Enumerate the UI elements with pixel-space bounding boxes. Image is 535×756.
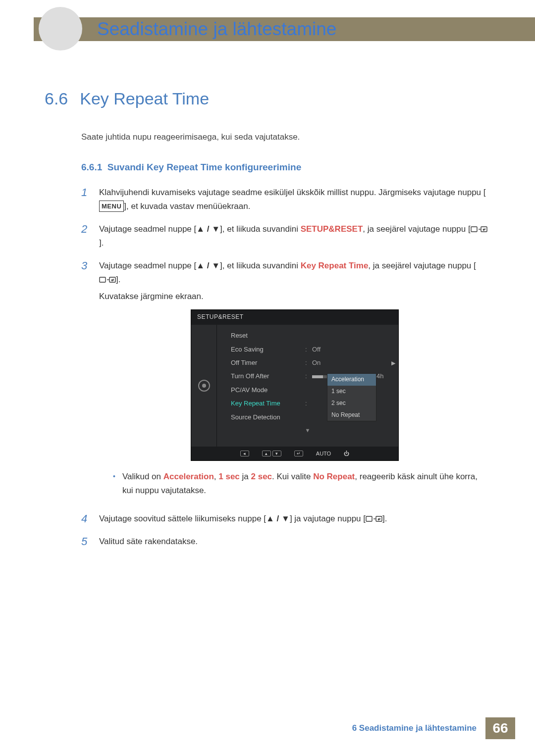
keyword-key-repeat-time: Key Repeat Time	[301, 261, 369, 270]
up-down-icon: ▲ / ▼	[196, 224, 220, 234]
svg-rect-3	[100, 277, 106, 282]
sep: :	[305, 371, 312, 381]
osd-label: Eco Saving	[231, 344, 305, 354]
text: ].	[116, 275, 120, 284]
page-footer: 6 Seadistamine ja lähtestamine 66	[352, 717, 515, 739]
osd-label: Turn Off After	[231, 371, 305, 381]
step-2: 2 Vajutage seadmel nuppe [▲ / ▼], et lii…	[81, 222, 490, 250]
section-title: Key Repeat Time	[80, 89, 209, 108]
osd-label: Reset	[231, 330, 305, 341]
osd-option: No Repeat	[327, 409, 376, 421]
step-number: 1	[81, 186, 90, 213]
text: ja	[240, 472, 251, 481]
sep: :	[305, 357, 312, 368]
osd-list: Reset Eco Saving:Off Off Timer:On Turn O…	[217, 325, 398, 447]
svg-rect-5	[109, 277, 115, 282]
osd-footer-power-icon: ⏻	[344, 449, 349, 458]
enter-icon	[471, 225, 487, 233]
keyword: 2 sec	[251, 472, 272, 481]
text: Vajutage seadmel nuppe [	[99, 224, 196, 234]
osd-sidebar	[191, 325, 217, 447]
screen-caption: Kuvatakse järgmine ekraan.	[99, 290, 490, 303]
subsection-title: Suvandi Key Repeat Time konfigureerimine	[107, 162, 301, 172]
osd-dropdown: Acceleration 1 sec 2 sec No Repeat	[327, 373, 376, 421]
footer-chapter: 6 Seadistamine ja lähtestamine	[352, 723, 477, 733]
text: ,	[214, 472, 218, 481]
steps-list: 1 Klahvijuhendi kuvamiseks vajutage sead…	[81, 186, 490, 549]
svg-rect-6	[366, 516, 372, 521]
step-4: 4 Vajutage soovitud sättele liikumiseks …	[81, 512, 490, 526]
bullet-text: Valikud on Acceleration, 1 sec ja 2 sec.…	[122, 470, 490, 497]
svg-rect-0	[471, 227, 477, 232]
up-down-icon: ▲ / ▼	[266, 514, 290, 523]
osd-label: Key Repeat Time	[231, 398, 305, 408]
subsection-number: 6.6.1	[81, 162, 102, 172]
osd-footer-auto: AUTO	[316, 449, 331, 458]
osd-label: Off Timer	[231, 357, 305, 368]
text: Klahvijuhendi kuvamiseks vajutage seadme…	[99, 188, 486, 197]
step-body: Klahvijuhendi kuvamiseks vajutage seadme…	[99, 186, 490, 213]
svg-rect-8	[376, 516, 382, 521]
text: , ja seejärel vajutage nuppu [	[363, 224, 470, 234]
osd-row-reset: Reset	[217, 329, 398, 342]
text: ], et liikuda suvandini	[220, 261, 301, 270]
gear-icon	[198, 380, 210, 392]
up-down-icon: ▲ / ▼	[196, 261, 220, 270]
chevron-down-icon: ▼	[217, 426, 398, 435]
text: Valikud on	[122, 472, 163, 481]
osd-value-text: 4h	[376, 372, 383, 380]
keyword: 1 sec	[218, 472, 240, 481]
enter-icon	[99, 276, 116, 284]
section-header: 6.6 Key Repeat Time	[45, 89, 490, 108]
osd-value: Off	[312, 344, 391, 354]
step-body: Vajutage seadmel nuppe [▲ / ▼], et liiku…	[99, 222, 490, 250]
step-1: 1 Klahvijuhendi kuvamiseks vajutage sead…	[81, 186, 490, 213]
chapter-title: Seadistamine ja lähtestamine	[97, 19, 336, 40]
svg-rect-2	[481, 227, 487, 232]
osd-footer-left-icon: ◂	[240, 449, 249, 458]
text: , ja seejärel vajutage nuppu [	[368, 261, 476, 270]
step-number: 3	[81, 259, 90, 503]
osd-footer: ◂ ▴▾ ↵ AUTO ⏻	[191, 447, 398, 460]
text: Vajutage soovitud sättele liikumiseks nu…	[99, 514, 266, 523]
keyword: No Repeat	[313, 472, 355, 481]
bullet-icon: •	[113, 470, 115, 497]
chevron-right-icon: ▶	[391, 358, 395, 367]
menu-button-glyph: MENU	[99, 201, 124, 212]
text: ], et liikuda suvandini	[220, 224, 301, 234]
osd-footer-enter-icon: ↵	[294, 449, 303, 458]
text: ].	[382, 514, 387, 523]
text: ] ja vajutage nuppu [	[290, 514, 366, 523]
osd-body: Reset Eco Saving:Off Off Timer:On Turn O…	[191, 325, 398, 447]
step-5: 5 Valitud säte rakendatakse.	[81, 535, 490, 549]
osd-label: PC/AV Mode	[231, 385, 305, 395]
step-number: 5	[81, 535, 90, 549]
osd-label: Source Detection	[231, 412, 305, 422]
osd-option: 2 sec	[327, 398, 376, 409]
osd-value: On	[312, 357, 391, 368]
osd-title: SETUP&RESET	[191, 310, 398, 325]
page-content: 6.6 Key Repeat Time Saate juhtida nupu r…	[45, 89, 490, 558]
subsection-header: 6.6.1 Suvandi Key Repeat Time konfiguree…	[81, 162, 490, 173]
text: . Kui valite	[272, 472, 313, 481]
text: Vajutage seadmel nuppe [	[99, 261, 196, 270]
osd-option-selected: Acceleration	[327, 374, 376, 386]
step-number: 4	[81, 512, 90, 526]
page-number: 66	[485, 717, 515, 739]
chapter-circle-icon	[39, 7, 82, 50]
step-body: Vajutage seadmel nuppe [▲ / ▼], et liiku…	[99, 259, 490, 503]
osd-row-offtimer: Off Timer:On	[217, 356, 398, 369]
step-number: 2	[81, 222, 90, 250]
step-body: Valitud säte rakendatakse.	[99, 535, 490, 549]
step-3: 3 Vajutage seadmel nuppe [▲ / ▼], et lii…	[81, 259, 490, 503]
section-intro: Saate juhtida nupu reageerimisaega, kui …	[81, 132, 490, 142]
keyword-setup-reset: SETUP&RESET	[301, 224, 363, 234]
osd-footer-updown-icon: ▴▾	[262, 449, 281, 458]
osd-row-eco: Eco Saving:Off	[217, 343, 398, 356]
step-body: Vajutage soovitud sättele liikumiseks nu…	[99, 512, 490, 526]
osd-screenshot: SETUP&RESET Reset Eco Saving:Off Off Tim…	[191, 309, 399, 461]
bullet-note: • Valikud on Acceleration, 1 sec ja 2 se…	[113, 470, 490, 497]
osd-option: 1 sec	[327, 386, 376, 398]
text: ].	[99, 238, 104, 248]
enter-icon	[366, 515, 382, 523]
